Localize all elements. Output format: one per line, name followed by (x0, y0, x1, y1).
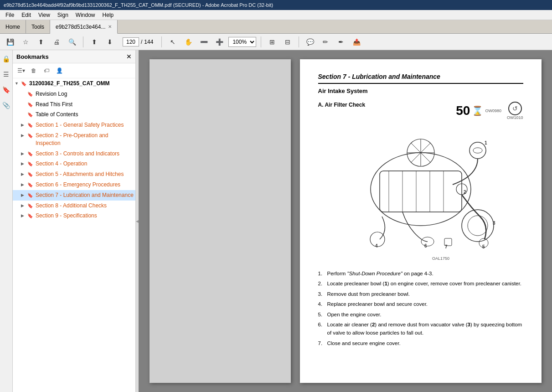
delete-bookmark-button[interactable]: 🗑 (28, 65, 39, 76)
bookmark-expand-s3[interactable]: ▶ (21, 151, 27, 157)
pdf-hours-icon: 50 ⌛ OW0980 (456, 103, 501, 118)
bookmark-panel-icon[interactable]: 🔖 (1, 85, 11, 95)
bookmark-expand-icon[interactable]: ▼ (15, 81, 21, 87)
new-bookmark-button[interactable]: ☰▾ (15, 65, 26, 76)
prev-page-button[interactable]: ⬆ (88, 36, 101, 48)
bookmark-item-icon-9: 🔖 (27, 182, 34, 188)
bookmarks-close-icon[interactable]: ✕ (126, 53, 132, 60)
toolbar-separator-2 (161, 36, 162, 47)
menu-file[interactable]: File (2, 11, 18, 19)
bookmark-expand-s1[interactable]: ▶ (21, 122, 27, 128)
menu-help[interactable]: Help (99, 11, 118, 19)
tab-bar: Home Tools e9b278d51c3e464... ✕ (0, 20, 552, 34)
bookmark-item-icon-7: 🔖 (27, 161, 34, 167)
bookmark-section8[interactable]: ▶ 🔖 Section 8 - Additional Checks (13, 201, 135, 211)
add-tag-button[interactable]: 🏷 (41, 65, 52, 76)
pdf-step-6: 6. Locate air cleaner (2) and remove dus… (318, 320, 523, 337)
hand-tool-button[interactable]: ✋ (182, 36, 195, 48)
bookmark-expand-s4[interactable]: ▶ (21, 161, 27, 167)
tab-document[interactable]: e9b278d51c3e464... ✕ (50, 20, 118, 34)
bookmark-expand-s6[interactable]: ▶ (21, 182, 27, 188)
bookmark-section4[interactable]: ▶ 🔖 Section 4 - Operation (13, 159, 135, 169)
bookmarks-title: Bookmarks (16, 53, 49, 60)
tab-tools[interactable]: Tools (26, 20, 50, 33)
edit-button[interactable]: ✏ (319, 36, 332, 48)
fit-width-button[interactable]: ⊟ (281, 36, 294, 48)
bookmark-item-icon-6: 🔖 (27, 151, 34, 157)
pdf-sub-title: Air Intake System (318, 88, 523, 94)
pdf-main-page: Section 7 - Lubrication and Maintenance … (300, 59, 542, 383)
svg-text:5: 5 (482, 244, 485, 249)
pdf-page-gray (150, 59, 291, 383)
bookmark-section3-label: Section 3 - Controls and Indicators (36, 150, 134, 158)
zoom-select[interactable]: 100% 75% 125% 150% (228, 37, 256, 47)
bookmark-toc[interactable]: 🔖 Table of Contents (13, 109, 135, 120)
bookmarks-header: Bookmarks ✕ (13, 50, 135, 63)
bookmark-expand-s9[interactable]: ▶ (21, 213, 27, 219)
pdf-check-label: A. Air Filter Check (318, 102, 456, 108)
comment-button[interactable]: 💬 (304, 36, 316, 48)
search-toolbar-button[interactable]: 🔍 (66, 36, 78, 48)
menu-edit[interactable]: Edit (18, 11, 35, 19)
bookmark-section9[interactable]: ▶ 🔖 Section 9 - Specifications (13, 211, 135, 221)
toolbar-separator-4 (299, 36, 299, 47)
pdf-icon-code1: OW0980 (485, 108, 501, 113)
bookmark-section4-label: Section 4 - Operation (36, 160, 134, 168)
bookmark-expand-s7[interactable]: ▶ (21, 192, 27, 198)
attach-icon[interactable]: 📎 (1, 100, 11, 110)
zoom-out-button[interactable]: ➖ (197, 36, 210, 48)
cursor-tool-button[interactable]: ↖ (166, 36, 179, 48)
bookmark-read-first[interactable]: 🔖 Read This First (13, 99, 135, 110)
pdf-50-number: 50 (456, 103, 470, 118)
title-bar: e9b278d51c3e464badd4f92af9b9bd1331200362… (0, 0, 552, 10)
tab-close-icon[interactable]: ✕ (108, 24, 112, 29)
bookmark-section6[interactable]: ▶ 🔖 Section 6 - Emergency Procedures (13, 180, 135, 190)
bookmark-toolbar-button[interactable]: ☆ (19, 36, 32, 48)
bookmark-section3[interactable]: ▶ 🔖 Section 3 - Controls and Indicators (13, 149, 135, 159)
tab-home[interactable]: Home (0, 20, 26, 33)
bookmark-root-item[interactable]: ▼ 🔖 31200362_F_TH255_CAT_OMM (13, 78, 135, 89)
menu-window[interactable]: Window (72, 11, 99, 19)
bookmark-section5[interactable]: ▶ 🔖 Section 5 - Attachments and Hitches (13, 169, 135, 180)
zoom-in-button[interactable]: ➕ (213, 36, 226, 48)
pdf-step-2: 2. Locate precleaner bowl (1) on engine … (318, 279, 523, 288)
pdf-step-3-text: Remove dust from precleaner bowl. (327, 290, 523, 298)
fit-page-button[interactable]: ⊞ (266, 36, 279, 48)
toolbar: 💾 ☆ ⬆ 🖨 🔍 ⬆ ⬇ / 144 ↖ ✋ ➖ ➕ 100% 75% 125… (0, 34, 552, 50)
bookmark-item-icon-10: 🔖 (27, 192, 34, 199)
bookmark-toc-label: Table of Contents (36, 111, 134, 119)
pdf-step-7: 7. Close and secure engine cover. (318, 339, 523, 347)
engine-svg: 1 2 (343, 125, 498, 262)
pdf-icon-label1: OW0980 (485, 108, 501, 113)
bookmark-expand-s8[interactable]: ▶ (21, 203, 27, 209)
svg-text:OAL1750: OAL1750 (432, 256, 449, 261)
bookmark-revision-log-label: Revision Log (36, 90, 134, 98)
bookmark-section7[interactable]: ▶ 🔖 Section 7 - Lubrication and Maintena… (13, 190, 135, 201)
next-page-button[interactable]: ⬇ (103, 36, 116, 48)
share-button[interactable]: 📤 (350, 36, 363, 48)
pdf-step-3-num: 3. (318, 290, 327, 298)
bookmark-revision-log[interactable]: 🔖 Revision Log (13, 89, 135, 99)
menu-view[interactable]: View (35, 11, 54, 19)
lock-icon[interactable]: 🔒 (1, 54, 11, 64)
search-bookmark-button[interactable]: 👤 (54, 65, 65, 76)
save-button[interactable]: 💾 (4, 36, 16, 48)
pdf-viewer-area: Section 7 - Lubrication and Maintenance … (139, 50, 552, 392)
bookmark-expand-s2[interactable]: ▶ (21, 133, 27, 139)
bookmark-item-icon-8: 🔖 (27, 171, 34, 178)
bookmark-section1[interactable]: ▶ 🔖 Section 1 - General Safety Practices (13, 120, 135, 130)
menu-sign[interactable]: Sign (54, 11, 72, 19)
upload-button[interactable]: ⬆ (35, 36, 47, 48)
bookmark-expand-s5[interactable]: ▶ (21, 171, 27, 177)
tab-home-label: Home (5, 24, 20, 30)
pdf-step-7-num: 7. (318, 339, 327, 347)
page-number-input[interactable] (123, 37, 139, 46)
pdf-step-5-text: Open the engine cover. (327, 310, 523, 319)
pdf-icons-area: 50 ⌛ OW0980 ↺ OW1010 (456, 102, 523, 120)
bookmark-section2[interactable]: ▶ 🔖 Section 2 - Pre-Operation and Inspec… (13, 130, 135, 149)
print-button[interactable]: 🖨 (50, 36, 63, 48)
sign-button[interactable]: ✒ (335, 36, 347, 48)
bookmark-root-label: 31200362_F_TH255_CAT_OMM (29, 80, 110, 88)
layers-icon[interactable]: ☰ (1, 69, 11, 79)
pdf-step-6-text: Locate air cleaner (2) and remove dust f… (327, 320, 523, 337)
